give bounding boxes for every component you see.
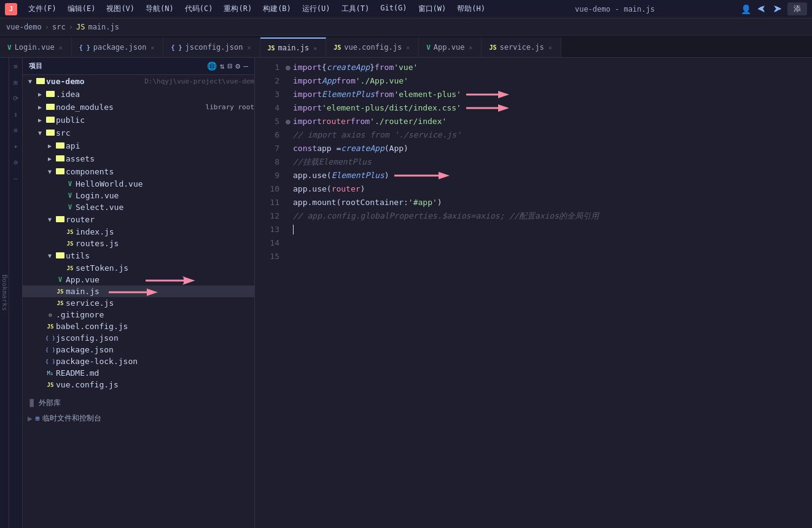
- code-line-9: app.use(ElementPlus): [286, 169, 800, 182]
- tab-close-main[interactable]: ✕: [312, 44, 318, 52]
- breadcrumb-sep-2: ›: [69, 23, 73, 31]
- breadcrumb-item-project[interactable]: vue-demo: [6, 23, 42, 31]
- tree-label-node-modules: node_modules: [56, 103, 203, 112]
- tree-idea[interactable]: ▶ .idea: [23, 88, 254, 101]
- tab-service-js[interactable]: JS service.js ✕: [482, 37, 561, 57]
- tree-api[interactable]: ▶ api: [23, 139, 254, 152]
- tree-package-json[interactable]: ▶ { } package.json: [23, 344, 254, 355]
- tree-components[interactable]: ▼ components: [23, 165, 254, 178]
- code-line-3: import ElementPlus from 'element-plus': [286, 88, 800, 101]
- tree-index-js[interactable]: ▶ JS index.js: [23, 226, 254, 238]
- folder-icon-node-modules: [45, 102, 56, 112]
- title-bar: J 文件(F) 编辑(E) 视图(V) 导航(N) 代码(C) 重构(R) 构建…: [0, 0, 812, 18]
- tree-label-assets: assets: [66, 154, 254, 163]
- sidebar-icon-minus[interactable]: —: [10, 173, 21, 184]
- tree-login-vue[interactable]: ▶ V Login.vue: [23, 190, 254, 201]
- tree-settoken-js[interactable]: ▶ JS setToken.js: [23, 262, 254, 274]
- window-title: vue-demo - main.js: [496, 5, 733, 14]
- tree-root-vue-demo[interactable]: ▼ vue-demo D:\hqyj\vue-project\vue-dem: [23, 75, 254, 88]
- tab-close-jsconfig[interactable]: ✕: [246, 44, 252, 52]
- sidebar-icon-3[interactable]: ⟳: [10, 93, 21, 104]
- user-icon[interactable]: 👤: [740, 3, 752, 15]
- temp-icon: ⊞: [36, 414, 40, 422]
- breadcrumb-item-file[interactable]: main.js: [88, 23, 119, 31]
- tree-node-modules[interactable]: ▶ node_modules library root: [23, 101, 254, 114]
- tab-close-service[interactable]: ✕: [547, 44, 553, 52]
- tree-label-api: api: [66, 141, 254, 150]
- folder-icon-router: [55, 214, 66, 225]
- menu-help[interactable]: 帮助(H): [452, 2, 490, 15]
- tab-close-login[interactable]: ✕: [58, 44, 64, 52]
- explorer-gear-icon[interactable]: ⚙: [235, 61, 240, 71]
- tree-routes-js[interactable]: ▶ JS routes.js: [23, 238, 254, 249]
- sidebar-icon-5[interactable]: ≡: [10, 125, 21, 136]
- menu-window[interactable]: 窗口(W): [413, 2, 451, 15]
- tab-package-json[interactable]: { } package.json ✕: [72, 37, 164, 57]
- tab-close-package[interactable]: ✕: [149, 44, 155, 52]
- tree-label-routesjs: routes.js: [76, 239, 254, 248]
- tab-login-vue[interactable]: V Login.vue ✕: [0, 37, 72, 57]
- tree-jsconfig-root[interactable]: ▶ { } jsconfig.json: [23, 332, 254, 344]
- menu-git[interactable]: Git(G): [375, 2, 412, 15]
- tree-helloworld-vue[interactable]: ▶ V HelloWorld.vue: [23, 178, 254, 190]
- tree-src[interactable]: ▼ src: [23, 126, 254, 139]
- code-editor[interactable]: 12345 678910 1112131415 ● import { creat…: [255, 58, 812, 528]
- tab-label-main: main.js: [278, 44, 310, 52]
- sidebar-icon-4[interactable]: ↕: [10, 109, 21, 120]
- menu-file[interactable]: 文件(F): [23, 2, 61, 15]
- tab-app-vue[interactable]: V App.vue ✕: [419, 37, 482, 57]
- add-button[interactable]: 添: [787, 2, 807, 15]
- tree-label-readme: README.md: [56, 368, 254, 378]
- sidebar-icon-1[interactable]: ≡: [10, 61, 21, 72]
- menu-nav[interactable]: 导航(N): [141, 2, 179, 15]
- menu-build[interactable]: 构建(B): [258, 2, 296, 15]
- tree-babel-config[interactable]: ▶ JS babel.config.js: [23, 320, 254, 332]
- tree-arrow-api: ▶: [45, 142, 55, 149]
- tree-app-vue[interactable]: ▶ V App.vue: [23, 274, 254, 285]
- breadcrumb-item-src[interactable]: src: [52, 23, 66, 31]
- sidebar-icon-2[interactable]: ⊞: [10, 77, 21, 88]
- explorer-header: 项目 🌐 ⇅ ⊟ ⚙ —: [23, 58, 254, 75]
- tree-router[interactable]: ▼ router: [23, 213, 254, 226]
- tree-main-js[interactable]: ▶ JS main.js: [23, 285, 254, 297]
- menu-edit[interactable]: 编辑(E): [63, 2, 101, 15]
- sidebar-icon-6[interactable]: ✦: [10, 141, 21, 152]
- tab-label-package: package.json: [93, 43, 147, 52]
- folder-icon-idea: [45, 89, 56, 99]
- tree-select-vue[interactable]: ▶ V Select.vue: [23, 201, 254, 213]
- tab-close-vueconfig[interactable]: ✕: [405, 44, 411, 52]
- external-library[interactable]: ▐▌ 外部库: [23, 395, 254, 411]
- temp-files[interactable]: ▶ ⊞ 临时文件和控制台: [23, 411, 254, 426]
- tab-vueconfig-js[interactable]: JS vue.config.js ✕: [326, 37, 419, 57]
- sidebar-icon-gear[interactable]: ⚙: [10, 157, 21, 168]
- menu-code[interactable]: 代码(C): [180, 2, 218, 15]
- code-line-11: app.mount( rootContainer: '#app'): [286, 196, 800, 209]
- menu-view[interactable]: 视图(V): [101, 2, 139, 15]
- tree-readme[interactable]: ▶ M↓ README.md: [23, 367, 254, 379]
- tab-jsconfig-json[interactable]: { } jsconfig.json ✕: [163, 37, 260, 57]
- tree-gitignore[interactable]: ▶ ⚙ .gitignore: [23, 309, 254, 320]
- md-icon: M↓: [45, 370, 56, 376]
- tab-main-js[interactable]: JS main.js ✕: [260, 37, 327, 57]
- menu-run[interactable]: 运行(U): [297, 2, 335, 15]
- explorer-sort-icon[interactable]: ⇅: [220, 61, 225, 71]
- tab-label-login: Login.vue: [15, 43, 55, 52]
- explorer-minimize-icon[interactable]: —: [243, 61, 248, 71]
- tree-vueconfig-root[interactable]: ▶ JS vue.config.js: [23, 379, 254, 390]
- tree-public[interactable]: ▶ public: [23, 114, 254, 126]
- tab-icon-json-package: { }: [79, 44, 90, 51]
- tree-assets[interactable]: ▶ assets: [23, 152, 254, 165]
- explorer-globe-icon[interactable]: 🌐: [207, 61, 217, 71]
- tree-package-lock[interactable]: ▶ { } package-lock.json: [23, 355, 254, 367]
- explorer-collapse-icon[interactable]: ⊟: [228, 61, 233, 71]
- menu-tools[interactable]: 工具(T): [337, 2, 375, 15]
- code-line-6: // import axios from './service.js': [286, 128, 800, 142]
- tab-close-app[interactable]: ✕: [467, 44, 474, 52]
- tab-icon-vue-app: V: [426, 44, 431, 52]
- forward-icon[interactable]: ⮞: [771, 3, 784, 15]
- tree-service-js[interactable]: ▶ JS service.js: [23, 297, 254, 309]
- tree-utils[interactable]: ▼ utils: [23, 249, 254, 262]
- menu-refactor[interactable]: 重构(R): [219, 2, 257, 15]
- back-icon[interactable]: ⮜: [755, 3, 768, 15]
- breadcrumb-sep-1: ›: [45, 23, 49, 31]
